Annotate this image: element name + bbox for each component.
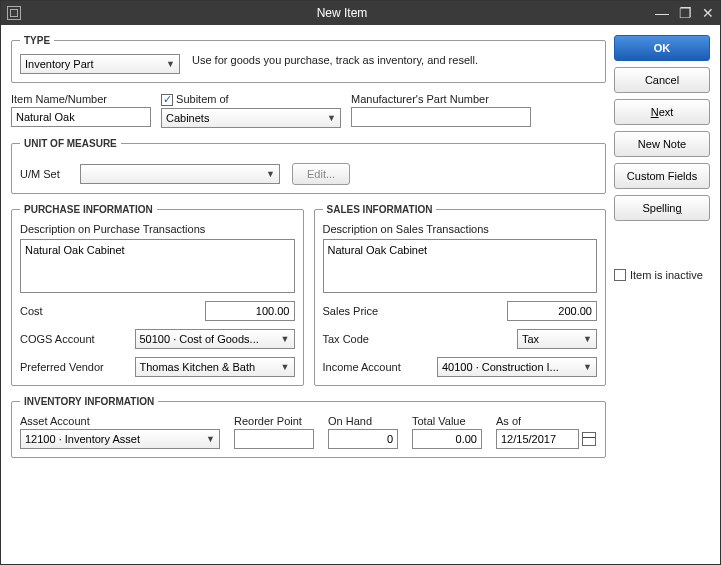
type-dropdown[interactable]: Inventory Part ▼ <box>20 54 180 74</box>
inventory-group: INVENTORY INFORMATION Asset Account 1210… <box>11 396 606 458</box>
type-value: Inventory Part <box>25 58 93 70</box>
chevron-down-icon: ▼ <box>281 334 290 344</box>
total-input[interactable]: 0.00 <box>412 429 482 449</box>
subitem-label: ✓ Subitem of <box>161 93 341 106</box>
uom-label: U/M Set <box>20 168 74 180</box>
inactive-row: Item is inactive <box>614 269 710 281</box>
purchase-group: PURCHASE INFORMATION Description on Purc… <box>11 204 304 386</box>
chevron-down-icon: ▼ <box>583 334 592 344</box>
sales-desc-label: Description on Sales Transactions <box>323 223 489 235</box>
asset-dropdown[interactable]: 12100 · Inventory Asset ▼ <box>20 429 220 449</box>
onhand-label: On Hand <box>328 415 398 427</box>
uom-legend: UNIT OF MEASURE <box>20 138 121 149</box>
purchase-legend: PURCHASE INFORMATION <box>20 204 157 215</box>
sales-legend: SALES INFORMATION <box>323 204 437 215</box>
type-group: TYPE Inventory Part ▼ Use for goods you … <box>11 35 606 83</box>
next-button[interactable]: Next <box>614 99 710 125</box>
sales-group: SALES INFORMATION Description on Sales T… <box>314 204 607 386</box>
close-icon[interactable]: ✕ <box>702 5 714 21</box>
uom-group: UNIT OF MEASURE U/M Set ▼ Edit... <box>11 138 606 194</box>
new-item-window: New Item — ❐ ✕ TYPE Inventory Part ▼ Use… <box>0 0 721 565</box>
asof-label: As of <box>496 415 596 427</box>
tax-label: Tax Code <box>323 333 419 345</box>
window-controls: — ❐ ✕ <box>655 5 714 21</box>
inventory-legend: INVENTORY INFORMATION <box>20 396 158 407</box>
reorder-input[interactable] <box>234 429 314 449</box>
type-legend: TYPE <box>20 35 54 46</box>
cogs-dropdown[interactable]: 50100 · Cost of Goods... ▼ <box>135 329 295 349</box>
maximize-icon[interactable]: ❐ <box>679 5 692 21</box>
income-label: Income Account <box>323 361 419 373</box>
mpn-label: Manufacturer's Part Number <box>351 93 531 105</box>
chevron-down-icon: ▼ <box>166 59 175 69</box>
cost-label: Cost <box>20 305 116 317</box>
uom-dropdown[interactable]: ▼ <box>80 164 280 184</box>
item-name-label: Item Name/Number <box>11 93 151 105</box>
tax-dropdown[interactable]: Tax ▼ <box>517 329 597 349</box>
income-dropdown[interactable]: 40100 · Construction I... ▼ <box>437 357 597 377</box>
uom-edit-button[interactable]: Edit... <box>292 163 350 185</box>
spelling-button[interactable]: Spelling <box>614 195 710 221</box>
price-input[interactable]: 200.00 <box>507 301 597 321</box>
window-icon <box>7 6 21 20</box>
cogs-label: COGS Account <box>20 333 116 345</box>
subitem-dropdown[interactable]: Cabinets ▼ <box>161 108 341 128</box>
calendar-icon[interactable] <box>582 432 596 446</box>
chevron-down-icon: ▼ <box>206 434 215 444</box>
type-description: Use for goods you purchase, track as inv… <box>192 54 597 66</box>
price-label: Sales Price <box>323 305 419 317</box>
onhand-input[interactable]: 0 <box>328 429 398 449</box>
vendor-label: Preferred Vendor <box>20 361 116 373</box>
window-title: New Item <box>29 6 655 20</box>
form-area: TYPE Inventory Part ▼ Use for goods you … <box>11 35 606 554</box>
ok-button[interactable]: OK <box>614 35 710 61</box>
titlebar: New Item — ❐ ✕ <box>1 1 720 25</box>
subitem-checkbox[interactable]: ✓ <box>161 94 173 106</box>
chevron-down-icon: ▼ <box>281 362 290 372</box>
total-label: Total Value <box>412 415 482 427</box>
chevron-down-icon: ▼ <box>266 169 275 179</box>
purchase-desc-label: Description on Purchase Transactions <box>20 223 205 235</box>
asset-label: Asset Account <box>20 415 220 427</box>
button-panel: OK Cancel Next New Note Custom Fields Sp… <box>614 35 710 554</box>
purchase-desc-input[interactable]: Natural Oak Cabinet <box>20 239 295 293</box>
cancel-button[interactable]: Cancel <box>614 67 710 93</box>
item-name-input[interactable]: Natural Oak <box>11 107 151 127</box>
chevron-down-icon: ▼ <box>327 113 336 123</box>
minimize-icon[interactable]: — <box>655 5 669 21</box>
new-note-button[interactable]: New Note <box>614 131 710 157</box>
sales-desc-input[interactable]: Natural Oak Cabinet <box>323 239 598 293</box>
mpn-input[interactable] <box>351 107 531 127</box>
cost-input[interactable]: 100.00 <box>205 301 295 321</box>
vendor-dropdown[interactable]: Thomas Kitchen & Bath ▼ <box>135 357 295 377</box>
reorder-label: Reorder Point <box>234 415 314 427</box>
chevron-down-icon: ▼ <box>583 362 592 372</box>
inactive-label: Item is inactive <box>630 269 703 281</box>
asof-input[interactable]: 12/15/2017 <box>496 429 579 449</box>
custom-fields-button[interactable]: Custom Fields <box>614 163 710 189</box>
inactive-checkbox[interactable] <box>614 269 626 281</box>
